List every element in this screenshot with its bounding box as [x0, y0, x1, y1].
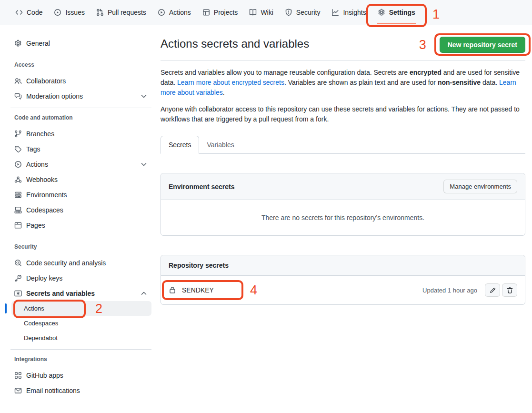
tab-label: Projects	[214, 9, 238, 16]
git-branch-icon	[14, 130, 22, 138]
sidebar-item-label: Code security and analysis	[26, 259, 106, 267]
sidebar-section-header: Code and automation	[10, 113, 151, 122]
environment-secrets-header: Environment secrets Manage environments	[161, 173, 525, 200]
sidebar-item-collaborators[interactable]: Collaborators	[10, 73, 151, 89]
tab-label: Issues	[65, 9, 84, 16]
delete-secret-button[interactable]	[502, 283, 517, 297]
sidebar-divider	[10, 237, 151, 237]
sidebar-item-environments[interactable]: Environments	[10, 187, 151, 202]
sidebar-item-branches[interactable]: Branches	[10, 126, 151, 141]
tab-actions[interactable]: Actions	[152, 0, 197, 25]
secret-row: SENDKEY 4 Updated 1 hour ago	[161, 276, 525, 304]
card-title: Environment secrets	[169, 183, 235, 191]
secret-name: SENDKEY	[182, 286, 214, 294]
sidebar-subitem-dependabot[interactable]: Dependabot	[11, 331, 151, 345]
tab-insights[interactable]: Insights	[326, 0, 371, 25]
tab-code[interactable]: Code	[10, 0, 48, 25]
tab-secrets[interactable]: Secrets	[161, 136, 199, 154]
sidebar-item-label: Secrets and variables	[26, 290, 95, 297]
description-text: data.	[481, 79, 499, 86]
sidebar-item-label: Webhooks	[26, 176, 58, 183]
new-repository-secret-button[interactable]: New repository secret	[440, 37, 525, 53]
sidebar-item-label: Pages	[26, 222, 45, 229]
sidebar-item-label: Actions	[26, 161, 48, 168]
sidebar-item-general[interactable]: General	[10, 36, 151, 51]
people-icon	[14, 77, 22, 85]
sidebar-item-tags[interactable]: Tags	[10, 141, 151, 157]
link-encrypted-secrets[interactable]: Learn more about encrypted secrets	[177, 79, 284, 86]
sidebar-section-header: Security	[10, 242, 151, 252]
sidebar-item-label: Codespaces	[26, 206, 63, 214]
annotation-number-4: 4	[250, 284, 257, 297]
code-icon	[15, 9, 23, 16]
tab-projects[interactable]: Projects	[197, 0, 244, 25]
sidebar-item-label: Tags	[26, 145, 40, 153]
settings-sidebar: General Access Collaborators Moderation …	[0, 25, 161, 398]
sidebar-item-email-notifications[interactable]: Email notifications	[10, 383, 151, 398]
sidebar-item-codespaces[interactable]: Codespaces	[10, 202, 151, 218]
sidebar-item-label: Environments	[26, 191, 67, 199]
tab-pull-requests[interactable]: Pull requests	[90, 0, 152, 25]
tab-issues[interactable]: Issues	[48, 0, 90, 25]
key-asterisk-icon	[14, 290, 22, 297]
annotation-number-1: 1	[432, 8, 440, 21]
description-bold: non-sensitive	[438, 79, 481, 86]
play-icon	[158, 9, 165, 16]
sidebar-item-label: Collaborators	[26, 77, 66, 85]
sidebar-section-header: Access	[10, 60, 151, 70]
sidebar-subitem-label: Actions	[24, 305, 44, 312]
table-icon	[202, 9, 210, 16]
sidebar-item-secrets-and-variables[interactable]: Secrets and variables	[10, 286, 151, 301]
server-icon	[14, 191, 22, 199]
page-subhead: Actions secrets and variables New reposi…	[161, 37, 525, 61]
tab-variables[interactable]: Variables	[199, 136, 241, 153]
sidebar-item-webhooks[interactable]: Webhooks	[10, 172, 151, 187]
sidebar-divider	[10, 55, 151, 55]
secret-updated-time: Updated 1 hour ago	[422, 287, 477, 294]
tab-label: Actions	[169, 9, 191, 16]
environment-secrets-empty-message: There are no secrets for this repository…	[161, 200, 525, 235]
tab-settings[interactable]: Settings 1	[372, 0, 421, 25]
description-text: .	[223, 89, 225, 96]
sidebar-item-moderation-options[interactable]: Moderation options	[10, 89, 151, 104]
tab-label: Insights	[343, 9, 366, 16]
sidebar-item-label: GitHub apps	[26, 372, 63, 379]
sidebar-item-github-apps[interactable]: GitHub apps	[10, 368, 151, 383]
collaborator-access-paragraph: Anyone with collaborator access to this …	[161, 104, 525, 124]
environment-secrets-card: Environment secrets Manage environments …	[161, 173, 525, 236]
sidebar-item-code-security[interactable]: Code security and analysis	[10, 255, 151, 271]
sidebar-item-pages[interactable]: Pages	[10, 218, 151, 233]
trash-icon	[506, 287, 513, 294]
repository-secrets-header: Repository secrets	[161, 255, 525, 276]
book-icon	[249, 9, 257, 16]
mail-icon	[14, 387, 22, 394]
secrets-variables-tabnav: Secrets Variables	[161, 136, 525, 154]
sidebar-section-header: Integrations	[10, 354, 151, 364]
github-settings-page: Code Issues Pull requests Actions Projec…	[0, 0, 532, 413]
description-text: Secrets and variables allow you to manag…	[161, 69, 410, 76]
tab-security[interactable]: Security	[279, 0, 326, 25]
tab-wiki[interactable]: Wiki	[243, 0, 279, 25]
manage-environments-button[interactable]: Manage environments	[443, 180, 517, 193]
annotation-number-3: 3	[419, 39, 426, 51]
sidebar-subitem-codespaces[interactable]: Codespaces	[11, 316, 151, 331]
description-paragraph: Secrets and variables allow you to manag…	[161, 68, 525, 98]
codespaces-icon	[14, 206, 22, 214]
sidebar-item-deploy-keys[interactable]: Deploy keys	[10, 271, 151, 286]
tab-label: Code	[27, 9, 42, 16]
sidebar-item-label: Branches	[26, 130, 54, 138]
shield-icon	[285, 9, 292, 16]
apps-icon	[14, 372, 22, 379]
annotation-number-2: 2	[95, 302, 102, 315]
sidebar-subitem-label: Dependabot	[24, 334, 58, 342]
repository-secrets-card: Repository secrets SENDKEY 4 Updated 1 h…	[161, 255, 525, 305]
repo-tab-bar: Code Issues Pull requests Actions Projec…	[0, 0, 532, 25]
browser-icon	[14, 222, 22, 229]
sidebar-subitem-actions[interactable]: Actions 2	[11, 301, 151, 316]
edit-secret-button[interactable]	[485, 283, 500, 297]
description-text: . Variables are shown as plain text and …	[284, 79, 438, 86]
tag-icon	[14, 145, 22, 153]
sidebar-divider	[10, 108, 151, 108]
secret-name-group: SENDKEY 4	[169, 286, 214, 294]
sidebar-item-actions[interactable]: Actions	[10, 157, 151, 172]
